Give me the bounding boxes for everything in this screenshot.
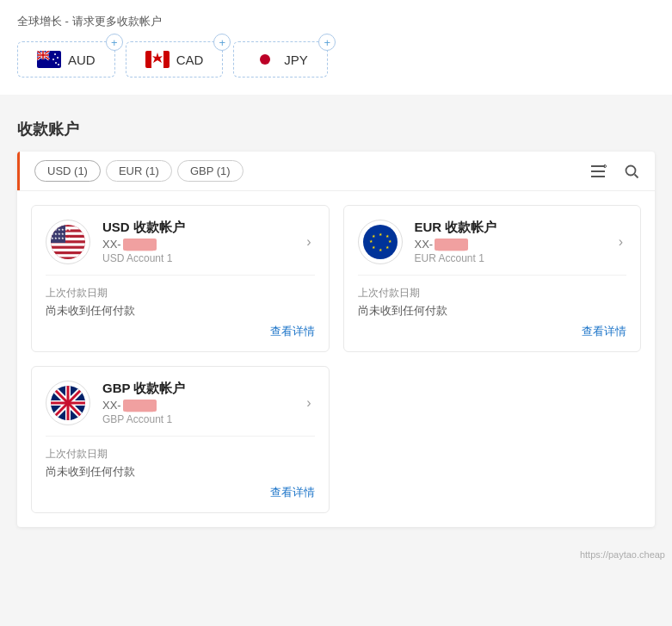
gbp-view-details-link[interactable]: 查看详情 (270, 485, 315, 500)
svg-rect-16 (145, 51, 151, 68)
gbp-chevron-icon[interactable]: › (306, 395, 314, 411)
gbp-redacted: ████ (123, 400, 157, 412)
add-aud-button[interactable]: + (17, 41, 115, 77)
svg-point-14 (58, 64, 59, 65)
accounts-tabs-card: USD (1) EUR (1) GBP (1) (17, 152, 655, 527)
svg-rect-40 (362, 224, 398, 260)
gbp-flag-icon (50, 385, 86, 421)
gbp-account-card: GBP 收款帐户 XX-████ GBP Account 1 › 上次付款日期 … (31, 366, 330, 513)
page-wrapper: 全球增长 - 请求更多收款帐户 + (0, 0, 672, 563)
usd-view-details-link[interactable]: 查看详情 (270, 324, 315, 339)
usd-flag-circle: ★★★★★★ ★★★★★ ★★★★★★ (46, 220, 90, 264)
usd-chevron-icon[interactable]: › (306, 234, 314, 250)
tab-gbp[interactable]: GBP (1) (177, 160, 244, 182)
svg-point-12 (52, 59, 54, 60)
svg-line-26 (635, 174, 638, 177)
list-view-button[interactable] (586, 161, 610, 182)
tabs-list: USD (1) EUR (1) GBP (1) (29, 152, 577, 190)
usd-card-bottom: 上次付款日期 尚未收到任何付款 查看详情 (32, 276, 329, 351)
usd-account-name: USD 收款帐户 (102, 220, 294, 236)
aud-label: AUD (68, 53, 96, 67)
eur-card-bottom: 上次付款日期 尚未收到任何付款 查看详情 (344, 276, 641, 351)
svg-point-25 (626, 165, 636, 175)
usd-card-top: ★★★★★★ ★★★★★ ★★★★★★ USD 收款帐户 XX-████ (32, 206, 329, 275)
eur-account-name: EUR 收款帐户 (415, 220, 607, 236)
gbp-date-label: 上次付款日期 (46, 447, 315, 462)
plus-icon-aud: + (106, 34, 123, 51)
eur-flag-icon: ★ ★ ★ ★ ★ ★ ★ ★ (362, 224, 398, 260)
usd-account-card: ★★★★★★ ★★★★★ ★★★★★★ USD 收款帐户 XX-████ (31, 205, 330, 352)
svg-point-13 (55, 62, 57, 64)
eur-date-value: 尚未收到任何付款 (358, 303, 627, 319)
svg-point-20 (260, 54, 270, 65)
svg-rect-33 (50, 249, 86, 251)
eur-account-sub: EUR Account 1 (415, 252, 607, 264)
global-title: 全球增长 - 请求更多收款帐户 (17, 14, 655, 29)
search-icon (624, 164, 639, 179)
gbp-details-row: 查看详情 (46, 485, 315, 500)
plus-icon-cad: + (213, 34, 231, 51)
eur-account-number: XX-████ (415, 238, 607, 251)
eur-flag-circle: ★ ★ ★ ★ ★ ★ ★ ★ (358, 220, 403, 264)
gbp-account-info: GBP 收款帐户 XX-████ GBP Account 1 (102, 381, 294, 425)
eur-account-info: EUR 收款帐户 XX-████ EUR Account 1 (415, 220, 607, 264)
global-section: 全球增长 - 请求更多收款帐户 + (0, 0, 672, 95)
svg-rect-17 (163, 51, 170, 68)
usd-date-value: 尚未收到任何付款 (46, 303, 315, 319)
cad-flag-icon (145, 51, 170, 68)
accounts-grid-top: ★★★★★★ ★★★★★ ★★★★★★ USD 收款帐户 XX-████ (17, 191, 655, 366)
gbp-account-sub: GBP Account 1 (102, 413, 294, 425)
tabs-actions (577, 160, 643, 183)
usd-account-info: USD 收款帐户 XX-████ USD Account 1 (102, 220, 294, 264)
jpy-label: JPY (284, 53, 308, 67)
tab-usd[interactable]: USD (1) (34, 160, 101, 182)
svg-rect-32 (50, 243, 86, 245)
usd-details-row: 查看详情 (46, 324, 315, 339)
gbp-card-bottom: 上次付款日期 尚未收到任何付款 查看详情 (32, 437, 329, 512)
svg-point-11 (57, 57, 59, 59)
gbp-account-name: GBP 收款帐户 (102, 381, 294, 397)
watermark: https://paytao.cheap (0, 544, 672, 563)
accounts-grid-bottom: GBP 收款帐户 XX-████ GBP Account 1 › 上次付款日期 … (17, 366, 655, 527)
accounts-section: 收款账户 USD (1) EUR (1) GBP (1) (0, 105, 672, 544)
eur-redacted: ████ (435, 239, 468, 251)
eur-date-label: 上次付款日期 (358, 286, 627, 301)
gbp-card-top: GBP 收款帐户 XX-████ GBP Account 1 › (32, 367, 329, 436)
usd-account-number: XX-████ (102, 238, 294, 251)
usd-flag-icon: ★★★★★★ ★★★★★ ★★★★★★ (50, 224, 86, 260)
gbp-account-number: XX-████ (102, 399, 294, 412)
usd-redacted: ████ (123, 239, 157, 251)
jpy-flag-icon (253, 51, 277, 68)
aud-flag-icon (37, 51, 61, 68)
add-cad-button[interactable]: + CAD (126, 41, 224, 77)
tabs-bar: USD (1) EUR (1) GBP (1) (17, 152, 655, 191)
svg-rect-34 (50, 254, 86, 257)
tab-eur[interactable]: EUR (1) (106, 160, 172, 182)
search-button[interactable] (620, 160, 643, 183)
eur-card-top: ★ ★ ★ ★ ★ ★ ★ ★ (344, 206, 641, 275)
list-icon (589, 164, 607, 178)
currency-buttons: + (17, 41, 655, 77)
accounts-section-title: 收款账户 (17, 105, 655, 139)
gbp-flag-circle (46, 381, 90, 425)
eur-account-card: ★ ★ ★ ★ ★ ★ ★ ★ (343, 205, 642, 352)
add-jpy-button[interactable]: + JPY (233, 41, 328, 77)
svg-point-10 (54, 53, 56, 55)
gbp-date-value: 尚未收到任何付款 (46, 464, 315, 480)
plus-icon-jpy: + (318, 34, 336, 51)
eur-details-row: 查看详情 (358, 324, 627, 339)
eur-chevron-icon[interactable]: › (619, 234, 626, 250)
svg-rect-58 (50, 402, 86, 405)
usd-date-label: 上次付款日期 (46, 286, 315, 301)
usd-account-sub: USD Account 1 (102, 252, 294, 264)
eur-view-details-link[interactable]: 查看详情 (582, 324, 626, 339)
svg-text:★★★★★★: ★★★★★★ (51, 236, 71, 240)
cad-label: CAD (176, 53, 204, 67)
